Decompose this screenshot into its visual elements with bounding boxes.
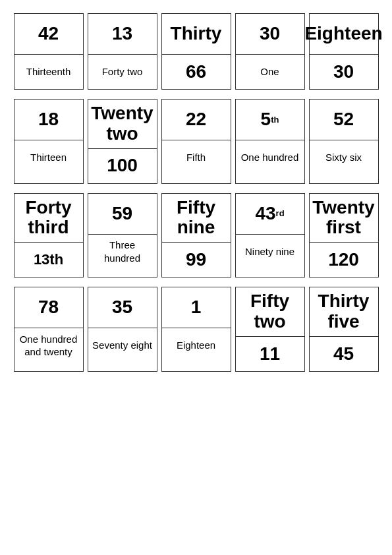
card-0-4: Eighteen30 <box>309 13 379 90</box>
card-bottom-3-1: Seventy eight <box>88 328 157 363</box>
card-1-2: 22Fifth <box>161 99 231 184</box>
card-bottom-2-0: 13th <box>14 243 83 277</box>
card-2-4: Twenty first120 <box>309 193 379 278</box>
card-bottom-1-4: Sixty six <box>310 140 378 175</box>
card-1-4: 52Sixty six <box>309 99 379 184</box>
card-top-0-1: 13 <box>88 14 157 55</box>
card-top-2-3: 43rd <box>236 194 304 235</box>
card-bottom-1-2: Fifth <box>162 140 231 175</box>
card-3-1: 35Seventy eight <box>88 287 157 372</box>
card-top-0-4: Eighteen <box>310 14 378 55</box>
main-grid: 42Thirteenth13Forty twoThirty6630OneEigh… <box>14 13 379 372</box>
card-top-1-1: Twenty two <box>88 100 157 149</box>
card-top-0-0: 42 <box>14 14 83 55</box>
card-top-2-1: 59 <box>88 194 157 235</box>
card-bottom-3-2: Eighteen <box>162 328 231 363</box>
card-0-3: 30One <box>235 13 305 90</box>
card-top-1-4: 52 <box>310 100 378 140</box>
card-1-0: 18Thirteen <box>14 99 84 184</box>
card-0-2: Thirty66 <box>161 13 231 90</box>
card-top-3-4: Thirty five <box>310 287 378 337</box>
card-1-1: Twenty two100 <box>88 99 157 184</box>
card-bottom-1-3: One hundred <box>236 140 304 175</box>
card-bottom-0-1: Forty two <box>88 55 157 89</box>
card-top-0-3: 30 <box>236 14 304 55</box>
card-top-3-1: 35 <box>88 287 157 328</box>
card-bottom-2-2: 99 <box>162 243 231 277</box>
card-top-1-3: 5th <box>236 100 304 140</box>
card-0-0: 42Thirteenth <box>14 13 84 90</box>
card-2-0: Forty third13th <box>14 193 84 278</box>
row-3: 78One hundred and twenty35Seventy eight1… <box>14 287 379 372</box>
row-0: 42Thirteenth13Forty twoThirty6630OneEigh… <box>14 13 379 90</box>
card-top-2-2: Fifty nine <box>162 194 231 243</box>
card-bottom-0-3: One <box>236 55 304 89</box>
card-3-4: Thirty five45 <box>309 287 379 372</box>
card-bottom-1-0: Thirteen <box>14 140 83 175</box>
card-bottom-0-0: Thirteenth <box>14 55 83 89</box>
card-3-3: Fifty two11 <box>235 287 305 372</box>
card-bottom-2-3: Ninety nine <box>236 235 304 269</box>
card-0-1: 13Forty two <box>88 13 157 90</box>
card-3-0: 78One hundred and twenty <box>14 287 84 372</box>
card-top-1-2: 22 <box>162 100 231 140</box>
card-bottom-3-4: 45 <box>310 337 378 371</box>
card-bottom-3-3: 11 <box>236 337 304 371</box>
row-1: 18ThirteenTwenty two10022Fifth5thOne hun… <box>14 99 379 184</box>
card-2-1: 59Three hundred <box>88 193 157 278</box>
card-top-2-0: Forty third <box>14 194 83 243</box>
card-top-3-3: Fifty two <box>236 287 304 337</box>
card-bottom-2-1: Three hundred <box>88 235 157 269</box>
card-bottom-3-0: One hundred and twenty <box>14 328 83 363</box>
card-bottom-2-4: 120 <box>310 243 378 277</box>
card-1-3: 5thOne hundred <box>235 99 305 184</box>
card-bottom-0-2: 66 <box>162 55 231 89</box>
card-top-3-2: 1 <box>162 287 231 328</box>
card-3-2: 1Eighteen <box>161 287 231 372</box>
card-top-2-4: Twenty first <box>310 194 378 243</box>
row-2: Forty third13th59Three hundredFifty nine… <box>14 193 379 278</box>
card-top-3-0: 78 <box>14 287 83 328</box>
card-bottom-0-4: 30 <box>310 55 378 89</box>
card-top-1-0: 18 <box>14 100 83 140</box>
card-2-3: 43rdNinety nine <box>235 193 305 278</box>
card-top-0-2: Thirty <box>162 14 231 55</box>
card-bottom-1-1: 100 <box>88 149 157 183</box>
card-2-2: Fifty nine99 <box>161 193 231 278</box>
